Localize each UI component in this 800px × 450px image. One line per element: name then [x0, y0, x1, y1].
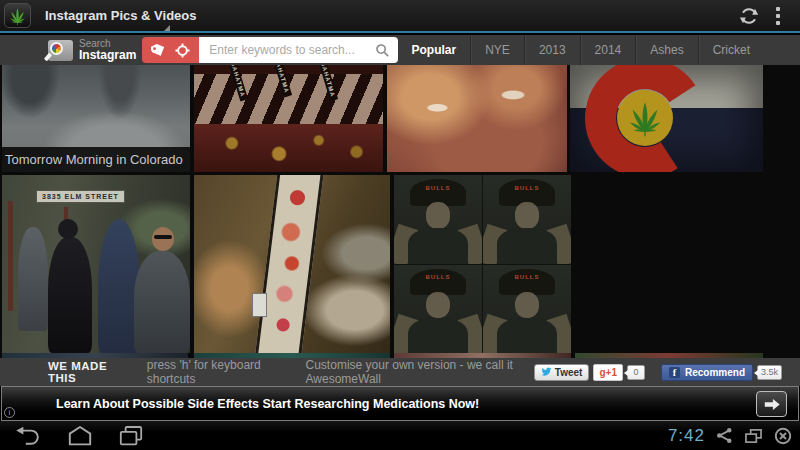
refresh-icon	[738, 5, 760, 27]
cannabis-leaf-icon	[7, 6, 28, 26]
ad-text: Learn About Possible Side Effects Start …	[56, 397, 479, 411]
gplus-button[interactable]: g+1	[593, 364, 623, 381]
photo-tile-text: BULLS	[483, 185, 571, 191]
nav-item-2014[interactable]: 2014	[580, 35, 636, 65]
photo-tile-text: BULLS	[483, 274, 571, 280]
gplus-label: g+1	[599, 367, 617, 378]
filter-buttons	[142, 37, 199, 63]
facebook-count: 3.5k	[757, 365, 782, 380]
recents-icon	[116, 424, 146, 448]
photo-overlay-text: MAHATMA	[272, 65, 292, 97]
overflow-menu-button[interactable]	[766, 2, 800, 30]
customise-link[interactable]: Customise your own version - we call it …	[306, 358, 534, 386]
back-button[interactable]	[10, 424, 44, 448]
photo-mahatma-tickets[interactable]: MAHATMA MAHATMA MAHATMA	[194, 65, 383, 172]
overflow-menu-icon	[776, 7, 780, 25]
photo-elm-street-queue[interactable]: 3835 ELM STREET	[2, 175, 190, 353]
facebook-label: Recommend	[685, 367, 745, 378]
back-icon	[10, 424, 44, 448]
status-tray: 7:42	[668, 426, 792, 446]
home-icon	[64, 424, 96, 448]
brand-label: WE MADE THIS	[48, 360, 121, 384]
photo-overlay-text: MAHATMA	[318, 65, 338, 101]
recents-button[interactable]	[116, 424, 146, 448]
photo-floral-pipe[interactable]	[194, 175, 390, 353]
app-title: Instagram Pics & Videos	[45, 8, 197, 23]
nav-item-cricket[interactable]: Cricket	[698, 35, 764, 65]
clock[interactable]: 7:42	[668, 426, 705, 446]
photo-tile-text: BULLS	[394, 274, 482, 280]
ad-info-icon[interactable]: i	[4, 407, 15, 418]
photo-grid: Tomorrow Morning in Colorado MAHATMA MAH…	[0, 65, 800, 358]
photo-tile-text: BULLS	[394, 185, 482, 191]
facebook-f-icon: f	[669, 367, 680, 378]
photo-colorado-flag[interactable]	[570, 65, 763, 172]
photo-caption: Tomorrow Morning in Colorado	[2, 147, 190, 172]
share-icon[interactable]	[716, 427, 733, 444]
facebook-recommend-button[interactable]: f Recommend	[661, 364, 753, 381]
shortcut-hint: press 'h' for keyboard shortcuts	[147, 358, 280, 386]
title-caret	[164, 25, 170, 31]
home-button[interactable]	[64, 424, 96, 448]
category-nav: Popular NYE 2013 2014 Ashes Cricket	[398, 35, 764, 65]
photo-foggy-colorado[interactable]: Tomorrow Morning in Colorado	[2, 65, 190, 172]
site-logo[interactable]: Search Instagram	[48, 39, 136, 61]
photo-sign-text: 3835 ELM STREET	[36, 190, 125, 203]
tweet-label: Tweet	[555, 367, 583, 378]
flag-center	[617, 90, 673, 146]
cannabis-leaf-icon	[624, 97, 666, 139]
search-input[interactable]	[199, 43, 374, 57]
system-bar: 7:42	[0, 421, 800, 450]
search-field-wrap	[199, 37, 397, 63]
app-icon	[4, 3, 31, 28]
photo-overlay-text: MAHATMA	[228, 65, 248, 101]
nav-item-2013[interactable]: 2013	[524, 35, 580, 65]
gplus-count: 0	[627, 365, 645, 380]
screen: Instagram Pics & Videos Search Instagram	[0, 0, 800, 450]
tag-icon[interactable]	[151, 43, 166, 58]
social-buttons: Tweet g+1 0 f Recommend 3.5k	[534, 364, 782, 381]
refresh-button[interactable]	[732, 2, 766, 30]
twitter-bird-icon	[541, 367, 552, 377]
close-circle-icon[interactable]	[774, 427, 792, 445]
nav-item-popular[interactable]: Popular	[398, 35, 471, 65]
crosshair-icon[interactable]	[175, 43, 190, 58]
arrow-right-icon	[763, 398, 781, 411]
logo-line2: Instagram	[79, 49, 136, 61]
ad-banner[interactable]: Learn About Possible Side Effects Start …	[1, 386, 799, 421]
tweet-button[interactable]: Tweet	[534, 364, 590, 381]
search-icon[interactable]	[375, 43, 390, 58]
display-windows-icon[interactable]	[744, 428, 763, 444]
search-instagram-logo-icon	[48, 40, 73, 61]
action-bar: Instagram Pics & Videos	[0, 0, 800, 33]
nav-item-ashes[interactable]: Ashes	[635, 35, 697, 65]
ad-arrow-button[interactable]	[756, 391, 787, 417]
photo-bulls-pattern[interactable]: BULLS BULLS BULLS BULLS	[394, 175, 571, 353]
nav-item-nye[interactable]: NYE	[470, 35, 524, 65]
photo-smiling-couple[interactable]	[387, 65, 567, 172]
search-toolbar: Search Instagram	[0, 35, 800, 65]
made-bar: WE MADE THIS press 'h' for keyboard shor…	[0, 358, 800, 386]
